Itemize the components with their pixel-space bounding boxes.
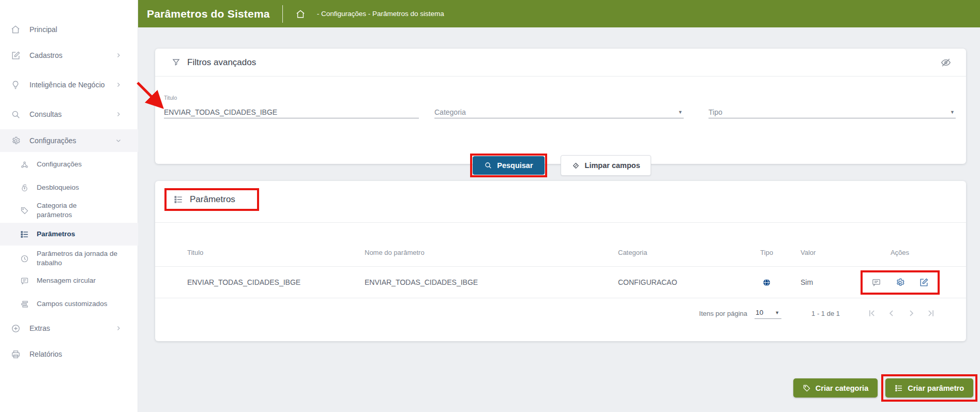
list-icon — [174, 195, 183, 204]
dropdown-arrow-icon: ▼ — [775, 310, 780, 315]
unlock-icon — [19, 184, 30, 192]
edit-icon[interactable] — [919, 278, 929, 287]
tag-icon — [19, 206, 30, 215]
gear-icon — [9, 136, 22, 146]
network-icon — [19, 160, 30, 169]
last-page-icon[interactable] — [926, 308, 936, 318]
sidebar-subitem-parametros[interactable]: Parâmetros — [0, 223, 138, 246]
dropdown-arrow-icon: ▼ — [950, 110, 956, 115]
chevron-right-icon — [115, 52, 122, 58]
column-header-tipo: Tipo — [742, 249, 791, 256]
prev-page-icon[interactable] — [886, 308, 897, 318]
sidebar-item-label: Parâmetros — [37, 230, 75, 239]
sidebar-item-configuracoes[interactable]: Configurações — [0, 129, 138, 152]
search-button-icon — [484, 161, 492, 170]
plus-circle-icon — [9, 324, 22, 333]
bottom-action-bar: Criar categoria Criar parâmetro — [793, 374, 977, 402]
sidebar-item-label: Categoria de parâmetros — [37, 201, 99, 220]
sidebar-item-label: Mensagem circular — [37, 276, 96, 285]
chevron-down-icon — [115, 138, 122, 144]
chevron-right-icon — [115, 111, 122, 117]
sidebar-item-label: Parâmetros da jornada de trabalho — [37, 249, 119, 268]
cell-categoria: CONFIGURACAO — [618, 278, 742, 286]
column-header-titulo: Titulo — [187, 249, 365, 256]
sidebar-item-principal[interactable]: Principal — [0, 18, 138, 41]
cell-nome: ENVIAR_TODAS_CIDADES_IBGE — [365, 278, 618, 286]
pagination-range: 1 - 1 de 1 — [811, 310, 840, 317]
sidebar: Principal Cadastros Inteligência de Negó… — [0, 0, 138, 412]
filter-fields: Titulo ENVIAR_TODAS_CIDADES_IBGE Categor… — [155, 87, 966, 118]
annotation-box-parameters-title: Parâmetros — [164, 188, 259, 211]
sidebar-item-label: Extras — [29, 324, 50, 333]
sidebar-subitem-desbloqueios[interactable]: Desbloqueios — [0, 176, 138, 199]
cell-titulo: ENVIAR_TODAS_CIDADES_IBGE — [187, 278, 365, 286]
list-icon — [895, 384, 903, 392]
stack-icon — [19, 300, 30, 309]
sidebar-subitem-parametros-jornada[interactable]: Parâmetros da jornada de trabalho — [0, 245, 138, 272]
first-page-icon[interactable] — [867, 308, 877, 318]
sidebar-item-relatorios[interactable]: Relatórios — [0, 343, 138, 365]
page-header: Parâmetros do Sistema - Configurações - … — [138, 0, 980, 27]
main-content: Filtros avançados Titulo ENVIAR_TODAS_CI… — [138, 27, 980, 412]
clock-icon — [19, 254, 30, 263]
sidebar-item-label: Configurações — [37, 160, 82, 169]
create-category-button[interactable]: Criar categoria — [793, 378, 878, 398]
table-top-divider — [155, 222, 966, 223]
comment-icon[interactable] — [871, 278, 881, 287]
column-header-nome: Nome do parâmetro — [365, 249, 618, 256]
titulo-field-label: Titulo — [164, 95, 177, 101]
filters-card: Filtros avançados Titulo ENVIAR_TODAS_CI… — [155, 49, 966, 164]
settings-icon[interactable] — [895, 278, 905, 287]
sidebar-subitem-categoria-de-parametros[interactable]: Categoria de parâmetros — [0, 197, 138, 224]
categoria-select-label: Categoria — [434, 108, 466, 116]
create-parameter-button[interactable]: Criar parâmetro — [885, 378, 973, 398]
tipo-select[interactable]: Tipo ▼ — [708, 87, 956, 118]
sidebar-item-inteligencia-de-negocio[interactable]: Inteligência de Negócio — [0, 70, 138, 100]
sidebar-subitem-mensagem-circular[interactable]: Mensagem circular — [0, 269, 138, 292]
filter-funnel-icon — [172, 58, 180, 67]
chevron-right-icon — [115, 325, 122, 331]
printer-icon — [9, 349, 22, 359]
search-button[interactable]: Pesquisar — [473, 156, 544, 175]
edit-icon — [9, 51, 22, 60]
breadcrumb-home-icon[interactable] — [295, 9, 306, 19]
home-icon — [9, 24, 22, 35]
list-icon — [19, 230, 30, 239]
cell-acoes — [848, 270, 952, 295]
filters-divider — [155, 76, 966, 77]
filter-actions: Pesquisar Limpar campos — [155, 154, 966, 177]
dropdown-arrow-icon: ▼ — [678, 110, 684, 115]
header-divider — [282, 5, 283, 23]
parameters-card: Parâmetros Titulo Nome do parâmetro Cate… — [155, 181, 966, 341]
column-header-acoes: Ações — [848, 249, 952, 256]
annotation-box-actions — [861, 270, 940, 295]
sidebar-item-extras[interactable]: Extras — [0, 317, 138, 340]
categoria-select[interactable]: Categoria ▼ — [434, 87, 684, 118]
breadcrumb: - Configurações - Parâmetros do sistema — [317, 10, 444, 18]
items-per-page-label: Itens por página — [699, 310, 747, 317]
pagination: Itens por página 10 ▼ 1 - 1 de 1 — [699, 303, 936, 324]
sidebar-item-label: Desbloqueios — [37, 183, 79, 192]
next-page-icon[interactable] — [906, 308, 916, 318]
chevron-right-icon — [115, 82, 122, 88]
tipo-select-label: Tipo — [708, 108, 722, 116]
clear-fields-button[interactable]: Limpar campos — [561, 155, 651, 176]
sidebar-item-label: Consultas — [29, 110, 62, 119]
globe-icon — [762, 278, 771, 287]
sidebar-item-label: Cadastros — [29, 51, 63, 60]
column-header-valor: Valor — [791, 249, 848, 256]
sidebar-item-cadastros[interactable]: Cadastros — [0, 44, 138, 67]
eye-off-icon[interactable] — [940, 57, 952, 68]
titulo-field[interactable]: Titulo ENVIAR_TODAS_CIDADES_IBGE — [164, 87, 419, 118]
sidebar-subitem-campos-customizados[interactable]: Campos customizados — [0, 293, 138, 315]
page-title: Parâmetros do Sistema — [147, 8, 270, 20]
sidebar-item-label: Campos customizados — [37, 299, 108, 309]
sidebar-item-label: Principal — [29, 25, 57, 35]
annotation-box-create-parameter: Criar parâmetro — [881, 374, 977, 402]
sidebar-subitem-configuracoes[interactable]: Configurações — [0, 153, 138, 176]
filters-title: Filtros avançados — [187, 57, 256, 68]
titulo-field-value: ENVIAR_TODAS_CIDADES_IBGE — [164, 108, 277, 116]
sidebar-item-consultas[interactable]: Consultas — [0, 103, 138, 126]
tag-icon — [803, 384, 811, 392]
items-per-page-select[interactable]: 10 ▼ — [755, 308, 781, 319]
